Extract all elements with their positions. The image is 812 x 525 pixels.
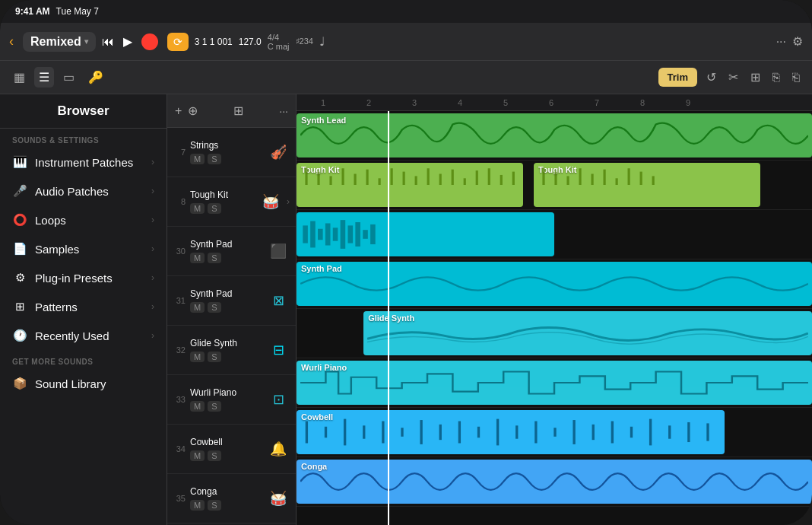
sidebar-item-samples[interactable]: 📄 Samples ›	[0, 234, 167, 263]
sidebar-item-plugin-presets[interactable]: ⚙ Plug-in Presets ›	[0, 263, 167, 292]
sidebar-item-sound-library[interactable]: 📦 Sound Library	[0, 369, 167, 398]
app-container: ‹ Remixed ▾ ⏮ ▶ ⟳ 3 1 1 001 127.0 4/4C m…	[0, 23, 812, 525]
transport-controls: ⏮ ▶ ⟳	[102, 33, 189, 51]
track-num-conga: 35	[173, 494, 186, 503]
track-info-conga: Conga M S	[190, 486, 262, 511]
mute-button-strings[interactable]: M	[190, 154, 205, 164]
timeline-row-tough-kit: Tough Kit	[297, 161, 812, 210]
track-ms-synth-pad-31: M S	[190, 302, 262, 313]
ruler-mark-5: 5	[483, 98, 528, 107]
loop-button[interactable]: ⟳	[167, 33, 189, 51]
cut-icon[interactable]: ✂	[725, 67, 741, 88]
track-name-wurli-piano: Wurli Piano	[190, 387, 262, 398]
tough-kit-instrument-icon: 🥁	[262, 193, 279, 210]
timeline-row-glide-synth: Glide Synth	[297, 309, 812, 358]
paste-icon[interactable]: ⎗	[789, 68, 803, 88]
time-sig-display: 4/4C maj	[268, 33, 290, 51]
add-track-icon[interactable]: +	[175, 104, 182, 118]
synth-pad-31-instrument-icon: ⊠	[273, 292, 284, 309]
clip-glide-synth[interactable]: Glide Synth	[363, 311, 812, 355]
sidebar-item-audio-patches[interactable]: 🎤 Audio Patches ›	[0, 177, 167, 205]
split-icon[interactable]: ⊞	[747, 67, 763, 88]
timeline-row-synth-pad-31: Synth Pad	[297, 259, 812, 309]
project-name-button[interactable]: Remixed ▾	[23, 32, 96, 52]
sidebar-item-recently-used[interactable]: 🕐 Recently Used ›	[0, 321, 167, 350]
clip-synth-lead[interactable]: Synth Lead	[297, 113, 812, 158]
patterns-icon: ⊞	[12, 300, 27, 313]
ruler-mark-2: 2	[346, 98, 392, 107]
more-menu-button[interactable]: ···	[776, 35, 786, 49]
trim-button[interactable]: Trim	[658, 68, 697, 87]
add-track-loop-icon[interactable]: ⊕	[188, 103, 198, 118]
clip-conga[interactable]: Conga	[297, 460, 812, 504]
key-view-button[interactable]: 🔑	[84, 67, 108, 88]
list-view-button[interactable]: ☰	[34, 67, 54, 88]
timeline-panel: 1 2 3 4 5 6 7 8 9 Sy	[297, 94, 812, 525]
back-button[interactable]: ‹	[9, 33, 14, 49]
track-expand-tough-kit[interactable]: ›	[287, 196, 290, 207]
timeline-row-cowbell: Cowbell	[297, 408, 812, 457]
copy-icon[interactable]: ⎘	[769, 68, 783, 88]
region-view-button[interactable]: ▭	[59, 67, 79, 88]
solo-button-wurli-piano[interactable]: S	[208, 401, 220, 412]
clip-synth-pad-30[interactable]	[297, 212, 554, 256]
timeline-row-wurli-piano: Wurli Piano	[297, 358, 812, 408]
samples-icon: 📄	[12, 242, 27, 256]
record-button[interactable]	[141, 33, 158, 50]
mute-button-synth-pad-31[interactable]: M	[190, 302, 205, 313]
play-button[interactable]: ▶	[123, 34, 132, 49]
view-buttons: ▦ ☰ ▭ 🔑	[9, 67, 108, 88]
clip-cowbell[interactable]: Cowbell	[297, 410, 725, 454]
track-num-synth-pad-30: 30	[173, 247, 186, 256]
solo-button-strings[interactable]: S	[208, 154, 220, 164]
clip-tough-kit-1[interactable]: Tough Kit	[297, 163, 523, 207]
status-time: 9:41 AM	[15, 6, 50, 17]
cowbell-instrument-icon: 🔔	[270, 441, 287, 457]
track-ms-cowbell: M S	[190, 450, 262, 461]
samples-chevron-icon: ›	[151, 243, 154, 254]
solo-button-conga[interactable]: S	[208, 500, 220, 511]
mute-button-cowbell[interactable]: M	[190, 450, 205, 461]
clip-synth-pad-31[interactable]: Synth Pad	[297, 262, 812, 306]
mute-button-conga[interactable]: M	[190, 500, 205, 511]
track-num-synth-pad-31: 31	[173, 296, 186, 305]
solo-button-cowbell[interactable]: S	[208, 450, 220, 461]
audio-patches-chevron-icon: ›	[151, 186, 154, 196]
solo-button-synth-pad-30[interactable]: S	[208, 253, 220, 263]
solo-button-synth-pad-31[interactable]: S	[208, 302, 220, 313]
metronome-icon[interactable]: ♩	[319, 34, 325, 49]
track-icon-cowbell: 🔔	[267, 441, 290, 457]
audio-patches-icon: 🎤	[12, 184, 27, 198]
tracks-more-icon[interactable]: ···	[279, 105, 288, 117]
mute-button-glide-synth[interactable]: M	[190, 352, 205, 362]
solo-button-glide-synth[interactable]: S	[208, 352, 220, 362]
rewind-button[interactable]: ⏮	[102, 35, 114, 49]
settings-icon[interactable]: ⚙	[792, 34, 803, 49]
instrument-patches-label: Instrument Patches	[35, 156, 144, 169]
undo-icon[interactable]: ↺	[703, 67, 719, 88]
sidebar-item-patterns[interactable]: ⊞ Patterns ›	[0, 292, 167, 321]
plugin-presets-label: Plug-in Presets	[35, 272, 144, 285]
ruler-mark-7: 7	[574, 98, 620, 107]
svg-rect-33	[341, 220, 346, 249]
svg-rect-30	[318, 229, 323, 240]
grid-view-button[interactable]: ▦	[9, 67, 30, 88]
sidebar-item-instrument-patches[interactable]: 🎹 Instrument Patches ›	[0, 148, 167, 177]
clip-tough-kit-2[interactable]: Tough Kit	[534, 163, 760, 207]
track-num-glide-synth: 32	[173, 345, 186, 355]
track-num-wurli-piano: 33	[173, 395, 186, 404]
sounds-settings-label: SOUNDS & SETTINGS	[0, 129, 167, 148]
clip-wurli-piano[interactable]: Wurli Piano	[297, 361, 812, 405]
add-track-region-icon[interactable]: ⊞	[233, 103, 243, 118]
track-info-tough-kit: Tough Kit M S	[190, 189, 255, 214]
track-info-cowbell: Cowbell M S	[190, 437, 262, 461]
strings-instrument-icon: 🎻	[270, 144, 287, 161]
mute-button-synth-pad-30[interactable]: M	[190, 253, 205, 263]
recently-used-chevron-icon: ›	[151, 330, 154, 341]
mute-button-tough-kit[interactable]: M	[190, 203, 205, 214]
mute-button-wurli-piano[interactable]: M	[190, 401, 205, 412]
track-info-wurli-piano: Wurli Piano M S	[190, 387, 262, 412]
track-ms-wurli-piano: M S	[190, 401, 262, 412]
sidebar-item-loops[interactable]: ⭕ Loops ›	[0, 205, 167, 234]
solo-button-tough-kit[interactable]: S	[208, 203, 220, 214]
